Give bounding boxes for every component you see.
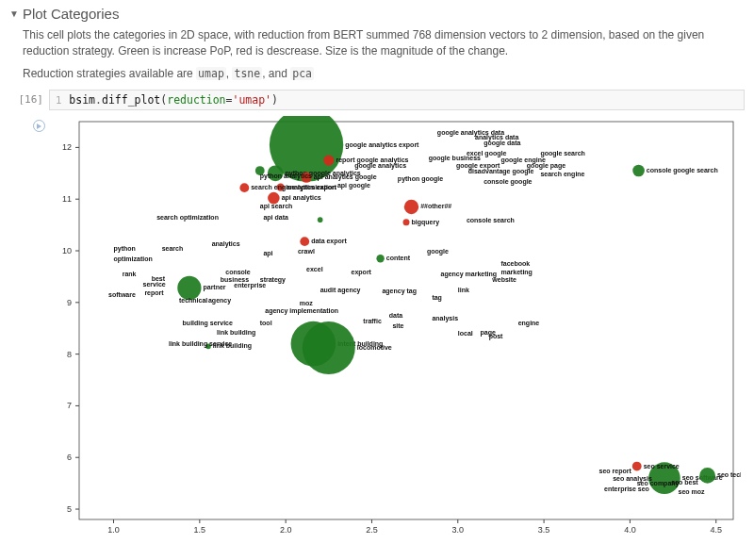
svg-text:software: software bbox=[108, 292, 136, 299]
code-pca: pca bbox=[290, 67, 314, 80]
svg-text:12: 12 bbox=[62, 143, 72, 153]
collapse-icon[interactable]: ▼ bbox=[9, 8, 19, 19]
svg-point-69 bbox=[300, 237, 309, 246]
line-number: 1 bbox=[56, 94, 61, 106]
cell-exec-count: [16] bbox=[9, 90, 49, 110]
svg-text:agency tag: agency tag bbox=[382, 288, 417, 295]
svg-text:console search: console search bbox=[467, 217, 515, 223]
svg-text:python analytics: python analytics bbox=[260, 173, 312, 180]
svg-text:3.5: 3.5 bbox=[538, 525, 550, 535]
svg-text:api google: api google bbox=[337, 182, 370, 189]
svg-text:google data: google data bbox=[484, 140, 520, 147]
svg-text:marketing: marketing bbox=[500, 269, 532, 276]
svg-text:post: post bbox=[489, 333, 503, 340]
section-description-2: Reduction strategies available are umap,… bbox=[23, 66, 720, 82]
code-cell-input[interactable]: 1 bsim.diff_plot(reduction='umap') bbox=[49, 90, 745, 110]
svg-text:2.5: 2.5 bbox=[366, 525, 378, 535]
svg-text:building service: building service bbox=[183, 321, 233, 328]
desc2-pre: Reduction strategies available are bbox=[23, 67, 196, 80]
svg-point-51 bbox=[699, 468, 715, 484]
svg-text:link building service: link building service bbox=[169, 341, 232, 349]
svg-point-55 bbox=[323, 156, 334, 166]
svg-text:search optimization: search optimization bbox=[156, 214, 219, 222]
svg-text:locomotive: locomotive bbox=[357, 344, 392, 351]
svg-text:4.5: 4.5 bbox=[710, 525, 722, 535]
svg-text:website: website bbox=[491, 276, 516, 283]
svg-text:seo service: seo service bbox=[644, 463, 680, 469]
svg-text:7: 7 bbox=[67, 402, 72, 411]
svg-text:traffic: traffic bbox=[363, 318, 382, 324]
svg-point-46 bbox=[376, 255, 384, 262]
svg-text:console google search: console google search bbox=[647, 167, 718, 174]
svg-text:seo report: seo report bbox=[599, 468, 632, 475]
svg-point-38 bbox=[632, 165, 645, 177]
svg-text:enterprise: enterprise bbox=[234, 283, 266, 290]
svg-text:agency: agency bbox=[208, 297, 231, 305]
svg-text:bigquery: bigquery bbox=[412, 219, 440, 226]
svg-text:api: api bbox=[263, 251, 272, 258]
svg-text:4.0: 4.0 bbox=[624, 525, 636, 535]
svg-text:google analytics export: google analytics export bbox=[345, 141, 419, 149]
svg-point-42 bbox=[303, 321, 355, 374]
svg-text:seo moz: seo moz bbox=[679, 488, 706, 495]
svg-text:google search: google search bbox=[540, 150, 584, 157]
svg-text:1.5: 1.5 bbox=[194, 525, 206, 535]
svg-text:1.0: 1.0 bbox=[107, 525, 120, 535]
svg-text:google page: google page bbox=[527, 162, 566, 170]
section-description-1: This cell plots the categories in 2D spa… bbox=[23, 27, 720, 60]
svg-text:tag: tag bbox=[432, 294, 442, 302]
svg-text:engine: engine bbox=[518, 321, 540, 328]
svg-text:audit agency: audit agency bbox=[320, 287, 361, 294]
code-cell: [16] 1 bsim.diff_plot(reduction='umap') bbox=[9, 90, 745, 110]
svg-text:seo best: seo best bbox=[671, 479, 698, 486]
svg-text:11: 11 bbox=[62, 194, 72, 204]
svg-text:disadvantage google: disadvantage google bbox=[468, 168, 534, 175]
svg-text:local: local bbox=[458, 331, 473, 338]
run-output-icon[interactable] bbox=[33, 120, 45, 132]
svg-text:3.0: 3.0 bbox=[452, 525, 465, 535]
svg-text:crawl: crawl bbox=[298, 248, 315, 255]
scatter-plot: 1.01.52.02.53.03.54.04.556789101112googl… bbox=[49, 116, 741, 540]
svg-text:data export: data export bbox=[311, 238, 347, 245]
svg-text:technical: technical bbox=[179, 297, 207, 304]
svg-text:console: console bbox=[225, 269, 251, 275]
svg-text:console google: console google bbox=[484, 178, 532, 186]
output-gutter bbox=[9, 116, 49, 540]
svg-text:moz: moz bbox=[300, 300, 314, 306]
section-title: Plot Categories bbox=[23, 6, 120, 22]
svg-text:partner: partner bbox=[203, 285, 225, 292]
svg-text:optimization: optimization bbox=[114, 255, 153, 263]
svg-point-67 bbox=[403, 220, 410, 226]
svg-text:export: export bbox=[352, 269, 372, 276]
svg-text:python: python bbox=[114, 245, 136, 253]
svg-point-48 bbox=[318, 218, 323, 223]
svg-text:agency implementation: agency implementation bbox=[265, 307, 338, 315]
svg-text:api data: api data bbox=[263, 214, 288, 222]
svg-text:10: 10 bbox=[62, 246, 72, 255]
svg-text:seo technical: seo technical bbox=[717, 472, 741, 479]
svg-text:##other##: ##other## bbox=[420, 204, 451, 210]
code-text: bsim.diff_plot(reduction='umap') bbox=[69, 93, 278, 107]
svg-text:search: search bbox=[162, 245, 184, 252]
section-header[interactable]: ▼ Plot Categories bbox=[9, 6, 745, 22]
svg-text:link: link bbox=[458, 287, 469, 293]
code-tsne: tsne bbox=[232, 67, 262, 80]
svg-text:link building: link building bbox=[217, 330, 255, 338]
svg-point-65 bbox=[404, 200, 418, 214]
svg-text:content: content bbox=[386, 255, 411, 261]
svg-text:google: google bbox=[427, 248, 449, 255]
svg-text:google analytics: google analytics bbox=[354, 162, 406, 170]
svg-point-61 bbox=[239, 183, 249, 192]
svg-text:analytics: analytics bbox=[212, 240, 240, 248]
svg-text:api analytics: api analytics bbox=[282, 194, 321, 202]
svg-text:search engine: search engine bbox=[540, 171, 584, 178]
svg-text:enterprise seo: enterprise seo bbox=[604, 486, 649, 493]
svg-text:api analytics google: api analytics google bbox=[314, 173, 377, 181]
svg-text:excel: excel bbox=[306, 266, 323, 272]
svg-text:agency marketing: agency marketing bbox=[441, 272, 498, 279]
svg-text:9: 9 bbox=[67, 298, 72, 307]
svg-text:5: 5 bbox=[67, 504, 72, 514]
svg-text:data: data bbox=[389, 312, 403, 319]
svg-point-71 bbox=[632, 462, 642, 471]
svg-text:analysis: analysis bbox=[432, 315, 458, 322]
